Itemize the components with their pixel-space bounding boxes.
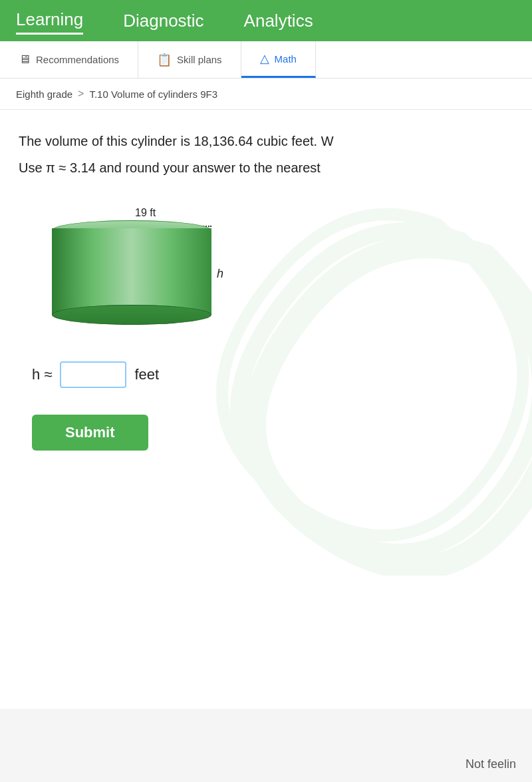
breadcrumb: Eighth grade > T.10 Volume of cylinders … bbox=[0, 79, 532, 110]
bottom-hint-text: Not feelin bbox=[466, 757, 516, 771]
subnav-math-label: Math bbox=[275, 53, 297, 65]
height-label: h bbox=[217, 267, 223, 281]
cylinder-body bbox=[52, 228, 211, 315]
subnav-recommendations-label: Recommendations bbox=[36, 54, 119, 65]
subnav-recommendations[interactable]: 🖥 Recommendations bbox=[0, 41, 138, 78]
answer-row: h ≈ feet bbox=[32, 361, 513, 388]
top-nav: Learning Diagnostic Analytics bbox=[0, 0, 532, 41]
problem-line2: Use π ≈ 3.14 and round your answer to th… bbox=[19, 158, 513, 178]
skill-plans-icon: 📋 bbox=[157, 53, 172, 67]
main-content: The volume of this cylinder is 18,136.64… bbox=[0, 110, 532, 709]
subnav-math[interactable]: △ Math bbox=[241, 41, 316, 78]
answer-prefix: h ≈ bbox=[32, 366, 52, 383]
subnav-skill-plans[interactable]: 📋 Skill plans bbox=[138, 41, 241, 78]
bottom-hint[interactable]: Not feelin bbox=[450, 747, 532, 782]
answer-suffix: feet bbox=[134, 366, 159, 383]
diagram-container: 19 ft h bbox=[32, 202, 513, 335]
submit-button[interactable]: Submit bbox=[32, 415, 148, 451]
breadcrumb-separator: > bbox=[78, 88, 84, 100]
problem-line1: The volume of this cylinder is 18,136.64… bbox=[19, 131, 513, 151]
sub-nav: 🖥 Recommendations 📋 Skill plans △ Math bbox=[0, 41, 532, 79]
breadcrumb-topic[interactable]: T.10 Volume of cylinders 9F3 bbox=[89, 89, 217, 100]
subnav-skill-plans-label: Skill plans bbox=[177, 54, 222, 65]
answer-input[interactable] bbox=[60, 361, 126, 388]
math-icon: △ bbox=[260, 51, 269, 66]
nav-item-learning[interactable]: Learning bbox=[16, 7, 83, 35]
breadcrumb-grade[interactable]: Eighth grade bbox=[16, 89, 72, 100]
cylinder-bottom bbox=[52, 305, 211, 325]
cylinder-diagram: 19 ft h bbox=[32, 202, 231, 335]
recommendations-icon: 🖥 bbox=[19, 53, 31, 67]
radius-label: 19 ft bbox=[135, 207, 156, 219]
nav-item-analytics[interactable]: Analytics bbox=[244, 8, 313, 34]
nav-item-diagnostic[interactable]: Diagnostic bbox=[123, 8, 203, 34]
